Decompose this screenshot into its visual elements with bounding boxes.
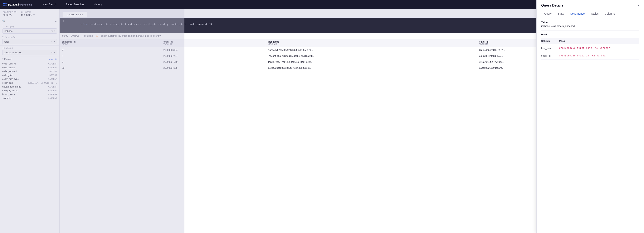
tables-section: 46 Table(s) orders_enriched ↻ ▾	[0, 46, 59, 56]
catalog-actions: ↻ ▾	[51, 30, 55, 32]
pinned-type: VARCHAR	[48, 97, 57, 100]
search-wrap[interactable]: 🔍	[2, 19, 6, 22]
query-details-panel: Query Details × QueryStatsGovernanceTabl…	[536, 0, 644, 233]
edit-icon[interactable]: ✏	[33, 13, 35, 16]
line-number: 1	[63, 20, 66, 31]
cluster-col: Cluster miniature ✏	[21, 11, 35, 16]
pinned-row: order_dateTIMESTAMP(6) WITH TI...	[2, 81, 57, 85]
cluster-value: miniature	[21, 13, 32, 16]
connection-row: Connection Minerva Cluster miniature ✏	[3, 11, 57, 16]
pinned-type: BIGINT	[50, 74, 57, 77]
svg-rect-0	[3, 3, 5, 4]
mask-col-header: Column	[541, 38, 559, 44]
schema-chevron-icon[interactable]: ▾	[54, 40, 55, 43]
catalogs-label: 7 Catalog(s)	[2, 25, 57, 28]
table-dropdown[interactable]: orders_enriched ↻ ▾	[2, 50, 57, 55]
sidebar: Connection Minerva Cluster miniature ✏ 🔍…	[0, 9, 60, 233]
pinned-type: VARCHAR	[48, 93, 57, 96]
table-dropdown-value: orders_enriched	[4, 51, 22, 54]
pinned-row: order_statusVARCHAR	[2, 66, 57, 69]
mask-table-body: first_nameCAST(sha256(first_name) AS var…	[541, 44, 640, 60]
mask-header-row: Column Mask	[541, 38, 640, 44]
connection-value: Minerva	[3, 13, 16, 16]
catalog-chevron-icon[interactable]: ▾	[54, 30, 55, 32]
pinned-name: order_disc	[2, 74, 13, 77]
connection-label: Connection	[3, 11, 16, 13]
panel-tab-tables[interactable]: Tables	[588, 10, 602, 17]
panel-tab-columns[interactable]: Columns	[602, 10, 618, 17]
mask-value: CAST(sha256(email_id) AS varchar)	[559, 52, 640, 60]
mask-column-name: email_id	[541, 52, 559, 60]
results-columns: 7 columns	[82, 34, 93, 37]
pinned-type: VARCHAR	[48, 86, 57, 88]
cluster-label: Cluster	[21, 11, 35, 13]
pinned-header: 2 Pinned Clear All	[2, 58, 57, 61]
close-button[interactable]: ×	[637, 4, 640, 7]
table-actions: ↻ ▾	[51, 51, 55, 54]
pinned-name: brand_name	[2, 93, 15, 96]
pinned-type: BIGINT	[50, 70, 57, 73]
pinned-list: order_sku_idVARCHARorder_statusVARCHARor…	[2, 62, 57, 100]
schema-refresh-icon[interactable]: ↻	[51, 40, 53, 43]
mask-table-header: Column Mask	[541, 38, 640, 44]
panel-tab-stats[interactable]: Stats	[555, 10, 567, 17]
collapse-button[interactable]: ▲	[55, 20, 57, 22]
logo-text: DataOS®workbench	[8, 3, 32, 6]
pinned-row: order_discBIGINT	[2, 73, 57, 77]
table-cell: 20000007707	[161, 53, 265, 59]
pinned-title: 2 Pinned	[2, 58, 11, 61]
mask-section-title: Mask	[541, 33, 640, 36]
pinned-name: order_status	[2, 66, 15, 69]
table-section-title: Table	[541, 21, 640, 24]
pinned-name: order_sku_id	[2, 62, 16, 65]
schema-value: retail	[4, 40, 10, 43]
pinned-name: category_name	[2, 89, 18, 92]
pinned-row: department_nameVARCHAR	[2, 85, 57, 89]
panel-title: Query Details	[541, 3, 564, 7]
mask-table: Column Mask first_nameCAST(sha256(first_…	[541, 38, 640, 60]
table-column-header: customer_idBIGINT	[60, 39, 161, 47]
panel-header: Query Details × QueryStatsGovernanceTabl…	[536, 0, 644, 17]
table-cell: 3218b32cacd835c849f64f1df6a66326e85...	[265, 65, 477, 71]
pinned-row: salutationVARCHAR	[2, 96, 57, 100]
catalog-dropdown[interactable]: icebase ↻ ▾	[2, 28, 57, 33]
panel-title-row: Query Details ×	[541, 3, 640, 7]
nav-history[interactable]: History	[89, 0, 107, 9]
nav-new-bench[interactable]: New Bench	[38, 0, 61, 9]
pinned-type: VARCHAR	[48, 89, 57, 92]
mask-column-name: first_name	[541, 44, 559, 52]
connection-col: Connection Minerva	[3, 11, 16, 16]
svg-rect-1	[5, 3, 7, 4]
catalog-refresh-icon[interactable]: ↻	[51, 30, 53, 32]
bench-tab[interactable]: Untitled Bench	[63, 11, 87, 17]
nav-saved-benches[interactable]: Saved Benches	[61, 0, 89, 9]
table-column-header: order_idVARCHAR	[161, 39, 265, 47]
table-chevron-icon[interactable]: ▾	[54, 51, 55, 54]
schema-actions: ↻ ▾	[51, 40, 55, 43]
schema-dropdown[interactable]: retail ↻ ▾	[2, 39, 57, 44]
table-cell: 39	[60, 65, 161, 71]
table-column-header: first_nameVARCHAR	[265, 39, 477, 47]
table-refresh-icon[interactable]: ↻	[51, 51, 53, 54]
table-cell: 74	[60, 59, 161, 65]
pinned-name: order_disc_type	[2, 78, 19, 80]
connection-area: Connection Minerva Cluster miniature ✏	[0, 9, 59, 18]
clear-all-button[interactable]: Clear All	[49, 58, 57, 60]
results-time: 00:02	[62, 34, 68, 37]
pinned-row: category_nameVARCHAR	[2, 89, 57, 92]
pinned-row: order_sku_idVARCHAR	[2, 62, 57, 66]
panel-tabs: QueryStatsGovernanceTablesColumns	[541, 10, 640, 17]
pinned-row: order_disc_typeVARCHAR	[2, 77, 57, 81]
tables-label: 46 Table(s)	[2, 47, 57, 49]
panel-tab-governance[interactable]: Governance	[567, 10, 588, 17]
pinned-name: order_amount	[2, 70, 17, 73]
panel-tab-query[interactable]: Query	[541, 10, 555, 17]
table-cell: 20000004325	[161, 65, 265, 71]
search-icon: 🔍	[2, 19, 6, 22]
results-rows: 10 rows	[71, 34, 79, 37]
search-area: 🔍 ▲	[0, 18, 59, 24]
svg-rect-3	[5, 5, 7, 6]
pinned-section: 2 Pinned Clear All order_sku_idVARCHARor…	[0, 56, 59, 233]
pinned-row: order_amountBIGINT	[2, 69, 57, 73]
schema-section: 72 Schema(s) retail ↻ ▾	[0, 35, 59, 46]
